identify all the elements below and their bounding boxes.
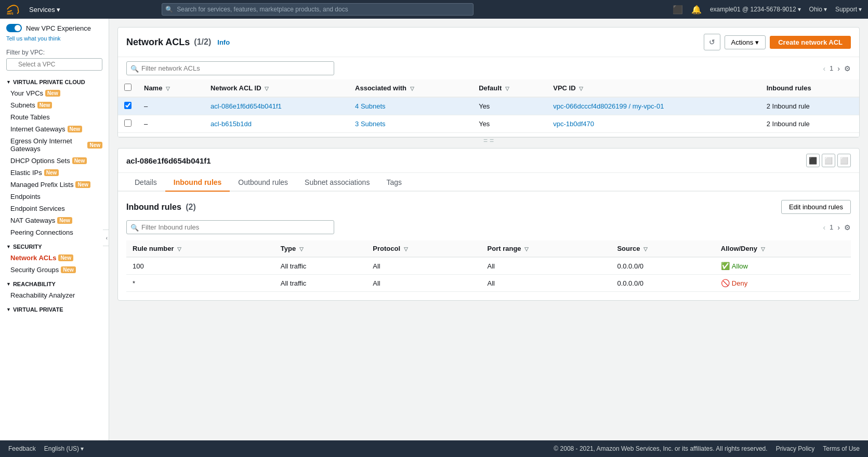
- nav-right-section: ⬛ 🔔 example01 @ 1234-5678-9012 ▾ Ohio ▾ …: [673, 5, 862, 15]
- inbound-settings-button[interactable]: ⚙: [844, 223, 851, 232]
- layout-btn-split-h[interactable]: ⬛: [806, 154, 820, 167]
- tab-subnet-associations[interactable]: Subnet associations: [296, 173, 378, 192]
- sidebar-item-managed-prefix[interactable]: Managed Prefix Lists New: [0, 179, 109, 191]
- row-vpc-id: vpc-066dcccf4d8026199 / my-vpc-01: [547, 97, 760, 115]
- region-menu[interactable]: Ohio ▾: [809, 6, 827, 13]
- row-checkbox[interactable]: [124, 102, 131, 109]
- create-network-acl-button[interactable]: Create network ACL: [770, 36, 851, 49]
- tab-inbound-rules[interactable]: Inbound rules: [165, 173, 230, 192]
- select-all-checkbox[interactable]: [124, 84, 131, 91]
- main-content: Network ACLs (1/2) Info ↺ Actions ▾ Crea…: [109, 19, 868, 457]
- sidebar-collapse-button[interactable]: ‹: [103, 230, 109, 246]
- row-vpc-id: vpc-1b0df470: [547, 115, 760, 133]
- rule-type-star: All traffic: [274, 275, 367, 292]
- settings-button[interactable]: ⚙: [844, 64, 851, 73]
- acl-id-link-2[interactable]: acl-b615b1dd: [211, 120, 252, 128]
- vpc-experience-link[interactable]: Tell us what you think: [0, 35, 109, 46]
- aws-logo[interactable]: aws: [6, 4, 25, 15]
- allow-icon: ✅: [721, 262, 730, 270]
- sidebar-item-subnets[interactable]: Subnets New: [0, 99, 109, 111]
- copyright-text: © 2008 - 2021, Amazon Web Services, Inc.…: [554, 445, 767, 452]
- language-selector[interactable]: English (US) ▾: [44, 445, 84, 452]
- tab-outbound-rules[interactable]: Outbound rules: [230, 173, 296, 192]
- account-menu[interactable]: example01 @ 1234-5678-9012 ▾: [710, 6, 801, 13]
- associated-link-1[interactable]: 4 Subnets: [355, 102, 386, 110]
- col-header-associated: Associated with ▽: [349, 79, 472, 97]
- resize-handle[interactable]: = =: [117, 138, 860, 144]
- sort-icon-vpc-id: ▽: [579, 86, 583, 91]
- sidebar-label-internet-gateways: Internet Gateways: [10, 125, 65, 133]
- inbound-prev-page[interactable]: ‹: [823, 223, 825, 232]
- badge-elastic-ips: New: [44, 169, 59, 176]
- col-header-port-range: Port range ▽: [481, 240, 611, 257]
- services-menu[interactable]: Services ▾: [29, 6, 60, 14]
- sidebar-item-internet-gateways[interactable]: Internet Gateways New: [0, 123, 109, 135]
- acl-id-link-1[interactable]: acl-086e1f6d654b041f1: [211, 102, 282, 110]
- sidebar-item-elastic-ips[interactable]: Elastic IPs New: [0, 167, 109, 179]
- row-checkbox-cell: [118, 115, 138, 133]
- rule-protocol-100: All: [366, 257, 481, 275]
- feedback-link[interactable]: Feedback: [8, 445, 36, 452]
- table-row[interactable]: – acl-086e1f6d654b041f1 4 Subnets Yes vp…: [118, 97, 859, 115]
- table-row[interactable]: – acl-b615b1dd 3 Subnets Yes vpc-1b0df47…: [118, 115, 859, 133]
- badge-network-acls: New: [58, 254, 73, 261]
- sidebar-label-network-acls: Network ACLs: [10, 254, 56, 262]
- sidebar-section-virtual-private[interactable]: ▼ VIRTUAL PRIVATE: [0, 301, 109, 315]
- global-search: 🔍: [162, 3, 474, 16]
- sidebar-item-reachability-analyzer[interactable]: Reachability Analyzer: [0, 289, 109, 301]
- sidebar-section-vpc[interactable]: ▼ VIRTUAL PRIVATE CLOUD: [0, 74, 109, 87]
- privacy-policy-link[interactable]: Privacy Policy: [776, 445, 815, 452]
- detail-panel-header: acl-086e1f6d654b041f1 ⬛ ⬜ ⬜: [118, 149, 859, 173]
- info-link[interactable]: Info: [217, 38, 230, 46]
- layout-btn-split-v[interactable]: ⬜: [822, 154, 835, 167]
- inbound-next-page[interactable]: ›: [837, 223, 840, 232]
- vpc-experience-label: New VPC Experience: [26, 24, 91, 32]
- section-title-security: SECURITY: [13, 244, 42, 250]
- sidebar-item-network-acls[interactable]: Network ACLs New: [0, 252, 109, 264]
- sidebar-item-security-groups[interactable]: Security Groups New: [0, 264, 109, 276]
- edit-inbound-rules-button[interactable]: Edit inbound rules: [781, 200, 851, 214]
- table-pagination: ‹ 1 › ⚙: [823, 64, 851, 73]
- cloud-shell-icon[interactable]: ⬛: [673, 5, 683, 15]
- terms-of-use-link[interactable]: Terms of Use: [823, 445, 860, 452]
- sidebar-section-reachability[interactable]: ▼ REACHABILITY: [0, 276, 109, 289]
- svg-text:aws: aws: [7, 11, 14, 15]
- vpc-filter-input[interactable]: [6, 58, 102, 71]
- prev-page-button[interactable]: ‹: [823, 64, 825, 73]
- sidebar-label-endpoints: Endpoints: [10, 193, 41, 200]
- vpc-toggle-switch[interactable]: [6, 24, 22, 32]
- vpc-id-link-2[interactable]: vpc-1b0df470: [553, 120, 594, 128]
- layout-btn-full[interactable]: ⬜: [837, 154, 851, 167]
- page-number: 1: [830, 64, 833, 72]
- sidebar-item-nat-gateways[interactable]: NAT Gateways New: [0, 214, 109, 226]
- tab-tags[interactable]: Tags: [378, 173, 410, 192]
- sidebar-item-egress-gateways[interactable]: Egress Only Internet Gateways New: [0, 135, 109, 155]
- sidebar-item-endpoints[interactable]: Endpoints: [0, 191, 109, 203]
- refresh-button[interactable]: ↺: [704, 34, 720, 50]
- rule-source-100: 0.0.0.0/0: [611, 257, 714, 275]
- support-menu[interactable]: Support ▾: [835, 6, 862, 13]
- tab-details[interactable]: Details: [126, 173, 165, 192]
- row-checkbox-cell: [118, 97, 138, 115]
- sidebar-label-endpoint-services: Endpoint Services: [10, 205, 65, 212]
- sidebar-section-security[interactable]: ▼ SECURITY: [0, 238, 109, 252]
- network-acl-filter-wrap: 🔍: [126, 61, 334, 75]
- section-title-vpc: VIRTUAL PRIVATE CLOUD: [13, 79, 85, 85]
- notifications-icon[interactable]: 🔔: [691, 5, 702, 15]
- network-acl-filter-input[interactable]: [126, 61, 334, 75]
- sidebar-item-dhcp[interactable]: DHCP Options Sets New: [0, 155, 109, 167]
- sidebar-item-endpoint-services[interactable]: Endpoint Services: [0, 203, 109, 214]
- search-input[interactable]: [162, 3, 474, 16]
- next-page-button[interactable]: ›: [837, 64, 840, 73]
- actions-button[interactable]: Actions ▾: [725, 35, 766, 49]
- col-header-rule-number: Rule number ▽: [126, 240, 274, 257]
- inbound-filter-input[interactable]: [126, 220, 334, 234]
- sidebar-item-peering[interactable]: Peering Connections: [0, 226, 109, 238]
- sidebar-item-route-tables[interactable]: Route Tables: [0, 111, 109, 123]
- associated-link-2[interactable]: 3 Subnets: [355, 120, 386, 128]
- sidebar-item-your-vpcs[interactable]: Your VPCs New: [0, 87, 109, 99]
- rule-protocol-star: All: [366, 275, 481, 292]
- sort-type: ▽: [299, 246, 304, 252]
- vpc-id-link-1[interactable]: vpc-066dcccf4d8026199 / my-vpc-01: [553, 102, 664, 110]
- row-checkbox[interactable]: [124, 119, 131, 127]
